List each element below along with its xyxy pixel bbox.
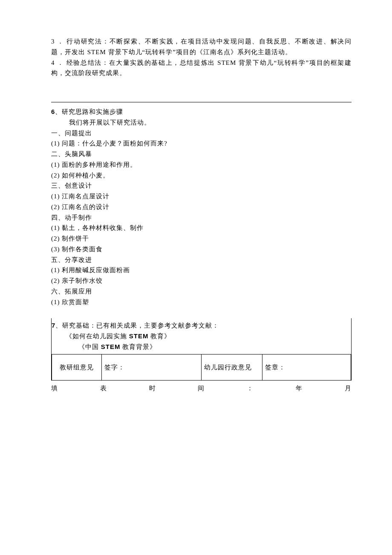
reference-1: 《如何在幼儿园实施 STEM 教育》 <box>52 331 348 342</box>
s6-h3: 三、创意设计 <box>51 180 352 191</box>
sep: 、 <box>55 322 62 329</box>
s6-h4: 四、动手制作 <box>51 212 352 223</box>
foot-year: 年 <box>296 383 303 394</box>
ref2-right: 教育背景》 <box>120 343 156 350</box>
signature-table: 教研组意见 签字： 幼儿园行政意见 签章： <box>52 354 351 381</box>
cell-admin-opinion: 幼儿园行政意见 <box>201 354 262 381</box>
footer-date-row: 填 表 时 间 ： 年 月 <box>51 383 352 394</box>
foot-table: 表 <box>100 383 107 394</box>
method-item-3: 3 ． 行动研究法：不断探索、不断实践，在项目活动中发现问题、自我反思、不断改进… <box>51 36 352 58</box>
s6-h3-1: (1) 江南名点屋设计 <box>51 191 352 202</box>
s6-h5-2: (2) 亲子制作水饺 <box>51 276 352 286</box>
section-7-heading: 7、研究基础：已有相关成果，主要参考文献参考文献： <box>52 320 348 331</box>
s6-h5: 五、分享改进 <box>51 255 352 265</box>
s6-h6: 六、拓展应用 <box>51 286 352 297</box>
s6-h4-1: (1) 黏土，各种材料收集、制作 <box>51 223 352 233</box>
divider-line <box>51 102 352 102</box>
reference-2: 《中国 STEM 教育背景》 <box>52 342 348 352</box>
section-7-num: 7 <box>52 322 55 329</box>
ref2-left: 《中国 <box>78 343 101 350</box>
s6-h2-1: (1) 面粉的多种用途和作用。 <box>51 160 352 170</box>
cell-opinion-group: 教研组意见 <box>52 354 102 381</box>
section-6-title: 研究思路和实施步骤 <box>62 108 123 115</box>
section-7-box: 7、研究基础：已有相关成果，主要参考文献参考文献： 《如何在幼儿园实施 STEM… <box>51 318 352 381</box>
s6-h3-2: (2) 江南名点的设计 <box>51 202 352 212</box>
s6-h5-1: (1) 利用酸碱反应做面粉画 <box>51 265 352 276</box>
num-4: 4 <box>51 59 55 66</box>
s6-h1-1: (1) 问题：什么是小麦？面粉如何而来? <box>51 138 352 149</box>
s6-h4-2: (2) 制作饼干 <box>51 233 352 244</box>
s6-h2: 二、头脑风暴 <box>51 149 352 160</box>
dot: ． <box>57 59 64 66</box>
method-3-text: 行动研究法：不断探索、不断实践，在项目活动中发现问题、自我反思、不断改进、解决问… <box>51 38 352 55</box>
method-item-4: 4 ． 经验总结法：在大量实践的基础上，总结提炼出 STEM 背景下幼儿“玩转科… <box>51 58 352 79</box>
foot-month: 月 <box>345 383 352 394</box>
section-7-title: 研究基础：已有相关成果，主要参考文献参考文献： <box>62 322 219 329</box>
dot: ． <box>57 38 64 45</box>
ref1-right: 教育》 <box>148 333 171 340</box>
ref2-stem: STEM <box>101 343 121 350</box>
section-6-num: 6 <box>51 108 55 115</box>
s6-h6-1: (1) 欣赏面塑 <box>51 297 352 308</box>
foot-colon: ： <box>247 383 254 394</box>
cell-sign[interactable]: 签字： <box>101 354 201 381</box>
document-page: 3 ． 行动研究法：不断探索、不断实践，在项目活动中发现问题、自我反思、不断改进… <box>0 0 392 555</box>
foot-time2: 间 <box>198 383 205 394</box>
section-6-intro: 我们将开展以下研究活动。 <box>51 117 352 128</box>
foot-fill: 填 <box>51 383 58 394</box>
foot-time1: 时 <box>149 383 156 394</box>
s6-h2-2: (2) 如何种植小麦。 <box>51 170 352 181</box>
s6-h4-3: (3) 制作各类面食 <box>51 244 352 255</box>
sep: 、 <box>55 108 62 115</box>
num-3: 3 <box>51 38 55 45</box>
cell-seal[interactable]: 签章： <box>262 354 351 381</box>
s6-h1: 一、问题提出 <box>51 128 352 139</box>
table-row: 教研组意见 签字： 幼儿园行政意见 签章： <box>52 354 351 381</box>
section-6-heading: 6、研究思路和实施步骤 <box>51 107 352 117</box>
method-4-text: 经验总结法：在大量实践的基础上，总结提炼出 STEM 背景下幼儿“玩转科学”项目… <box>51 59 352 77</box>
ref1-left: 《如何在幼儿园实施 <box>66 333 129 340</box>
ref1-stem: STEM <box>129 332 149 340</box>
